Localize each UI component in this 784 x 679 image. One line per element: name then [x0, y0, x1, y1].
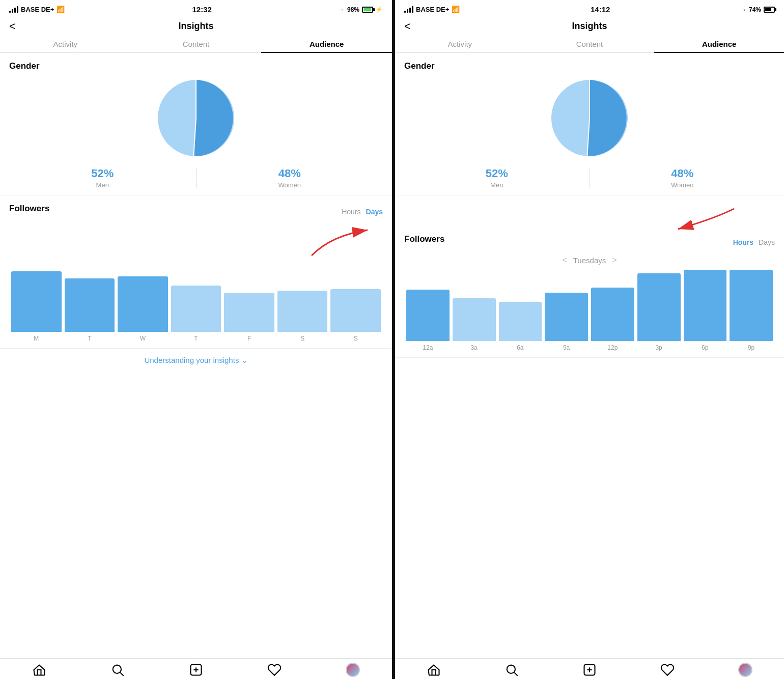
nav-plus-right[interactable] — [551, 663, 629, 677]
bar-3-right — [545, 293, 588, 341]
bar-label-0-right: 12a — [406, 344, 450, 351]
status-right-right: → 74% — [741, 6, 775, 13]
bar-label-4-left: F — [224, 335, 274, 342]
women-pct-left: 48% — [202, 167, 378, 180]
bar-label-5-right: 3p — [637, 344, 681, 351]
bar-label-0-left: M — [11, 335, 62, 342]
bar-4-left — [224, 293, 274, 332]
bar-chart-right — [404, 270, 775, 341]
gender-stats-right: 52% Men 48% Women — [404, 167, 775, 189]
followers-header-left: Followers Hours Days — [9, 204, 383, 220]
gender-section-right: Gender 52% Men 48% Women — [395, 53, 784, 195]
tab-content-right[interactable]: Content — [525, 35, 655, 52]
nav-bar-left: < Insights — [0, 17, 392, 35]
bar-col-5-left — [277, 261, 328, 332]
signal-icon-right — [404, 6, 413, 13]
followers-title-left: Followers — [9, 204, 49, 214]
men-pct-right: 52% — [409, 167, 584, 180]
nav-profile-left[interactable] — [314, 663, 392, 677]
home-icon-right — [427, 663, 441, 677]
bar-col-6-right — [684, 270, 727, 341]
tab-audience-right[interactable]: Audience — [654, 35, 784, 52]
plus-icon-left — [189, 663, 203, 677]
bottom-nav-right — [395, 658, 784, 679]
content-left: Gender 52% Men — [0, 53, 392, 658]
nav-home-right[interactable] — [395, 663, 473, 677]
day-nav-right: < Tuesdays > — [404, 256, 775, 265]
gender-stats-left: 52% Men 48% Women — [9, 167, 383, 189]
content-right: Gender 52% Men 48% Women — [395, 53, 784, 658]
page-title-right: Insights — [404, 21, 775, 32]
tab-content-left[interactable]: Content — [131, 35, 262, 52]
bar-col-3-right — [545, 270, 588, 341]
bottom-nav-left — [0, 658, 392, 679]
phone-panel-left: BASE DE+ 📶 12:32 → 98% ⚡ < Insights Acti… — [0, 0, 392, 679]
tabs-right: Activity Content Audience — [395, 35, 784, 53]
day-prev-right[interactable]: < — [562, 256, 567, 265]
status-bar-right: BASE DE+ 📶 14:12 → 74% — [395, 0, 784, 17]
bar-labels-left: M T W T F S S — [9, 335, 383, 342]
tab-activity-right[interactable]: Activity — [395, 35, 525, 52]
bar-label-5-left: S — [277, 335, 328, 342]
toggle-days-left[interactable]: Days — [366, 208, 383, 216]
nav-profile-right[interactable] — [706, 663, 784, 677]
bar-5-left — [277, 291, 328, 332]
bar-col-4-left — [224, 261, 274, 332]
nav-heart-right[interactable] — [628, 663, 706, 677]
battery-pct: 98% — [347, 6, 359, 13]
wifi-icon-right: 📶 — [452, 6, 460, 13]
back-button-right[interactable]: < — [404, 20, 411, 33]
toggle-group-right: Hours Days — [733, 238, 775, 246]
bar-label-3-left: T — [171, 335, 221, 342]
bar-1-right — [453, 298, 496, 341]
avatar-left — [346, 663, 360, 677]
gender-title-right: Gender — [404, 61, 775, 71]
followers-header-right: Followers Hours Days — [404, 234, 775, 250]
charging-icon: ⚡ — [376, 6, 383, 13]
svg-point-4 — [113, 665, 121, 673]
carrier-label: BASE DE+ — [21, 6, 54, 13]
search-icon-right — [505, 663, 519, 677]
back-button-left[interactable]: < — [9, 20, 16, 33]
nav-search-left[interactable] — [78, 663, 157, 677]
bar-col-0-right — [406, 270, 450, 341]
followers-section-left: Followers Hours Days — [0, 195, 392, 349]
svg-point-13 — [507, 665, 515, 673]
nav-search-right[interactable] — [473, 663, 551, 677]
signal-icon — [9, 6, 18, 13]
gender-section-left: Gender 52% Men — [0, 53, 392, 195]
toggle-hours-left[interactable]: Hours — [342, 208, 360, 216]
day-next-right[interactable]: > — [612, 256, 617, 265]
bar-label-6-left: S — [330, 335, 381, 342]
heart-icon-right — [660, 663, 675, 677]
understanding-link-left[interactable]: Understanding your insights ⌄ — [0, 349, 392, 372]
search-icon-left — [110, 663, 125, 677]
arrow-svg-right — [663, 204, 765, 234]
bar-1-left — [65, 278, 115, 332]
bar-col-1-left — [65, 261, 115, 332]
bar-0-right — [406, 290, 450, 341]
bar-2-right — [499, 302, 542, 341]
bar-col-3-left — [171, 261, 221, 332]
pie-chart-container-right — [404, 77, 775, 159]
toggle-group-left: Hours Days — [342, 208, 383, 216]
bar-label-6-right: 6p — [684, 344, 727, 351]
bar-3-left — [171, 286, 221, 332]
status-bar-left: BASE DE+ 📶 12:32 → 98% ⚡ — [0, 0, 392, 17]
phone-panel-right: BASE DE+ 📶 14:12 → 74% < Insights Activi… — [392, 0, 784, 679]
nav-home-left[interactable] — [0, 663, 78, 677]
tab-audience-left[interactable]: Audience — [261, 35, 392, 52]
bar-labels-right: 12a 3a 6a 9a 12p 3p 6p 9p — [404, 344, 775, 351]
toggle-days-right[interactable]: Days — [759, 238, 775, 246]
tab-activity-left[interactable]: Activity — [0, 35, 131, 52]
svg-line-5 — [120, 672, 123, 675]
toggle-hours-right[interactable]: Hours — [733, 238, 753, 246]
bar-label-2-left: W — [118, 335, 168, 342]
nav-heart-left[interactable] — [235, 663, 314, 677]
bar-chart-left — [9, 261, 383, 332]
women-pct-right: 48% — [595, 167, 770, 180]
bar-col-7-right — [730, 270, 773, 341]
tabs-left: Activity Content Audience — [0, 35, 392, 53]
followers-section-right: Followers Hours Days < Tuesdays > — [395, 195, 784, 358]
nav-plus-left[interactable] — [157, 663, 235, 677]
